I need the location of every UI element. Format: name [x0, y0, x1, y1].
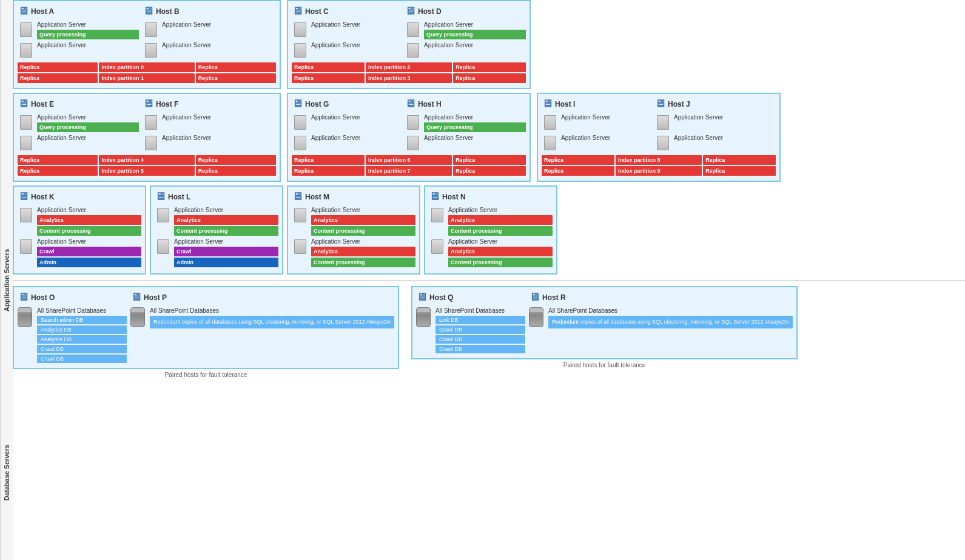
replica-bar-c: Replica: [292, 62, 365, 72]
host-j-icon: 🖥: [654, 98, 665, 110]
server-img-h2: [407, 136, 419, 150]
hosts-row-3: 🖥 Host K Application Server Analytics Co…: [13, 185, 965, 275]
analytics-db-1: Analytics DB: [37, 325, 127, 334]
sections-container: 🖥 Host A Application Server Quer: [13, 0, 965, 560]
host-g-box: 🖥 Host G Application Server: [292, 98, 401, 153]
host-b-title: 🖥 Host B: [143, 5, 276, 18]
server-img-c1: [294, 22, 306, 37]
replica-bar-j2: Replica: [703, 166, 776, 176]
server-icon-n1: [429, 208, 446, 222]
server-icon-e1: [18, 115, 35, 130]
section-divider: [13, 281, 965, 281]
host-e-icon: 🖥: [18, 98, 29, 110]
host-p-icon: 🖥: [130, 291, 141, 304]
index-partition-9-bar: Index partition 9: [616, 166, 702, 176]
server-label-e1: Application Server: [37, 114, 139, 121]
host-m-server-lower: Application Server Analytics Content pro…: [292, 238, 415, 267]
server-img-k2: [20, 239, 32, 254]
host-l-server-lower: Application Server Crawl Admin: [155, 238, 278, 267]
gh-bottom-bars-2: Replica Index partition 7 Replica: [292, 166, 526, 176]
server-label-k1: Application Server: [37, 207, 141, 213]
server-icon-b1: [143, 22, 160, 37]
server-label-f1: Application Server: [162, 114, 276, 121]
host-r-redundant-text: Redundant copies of all databases using …: [548, 316, 793, 328]
host-b-server-lower: Application Server: [143, 42, 276, 58]
server-label-j1: Application Server: [674, 114, 776, 121]
server-icon-l2: [155, 239, 172, 254]
server-icon-d1: [405, 22, 422, 37]
host-n-icon: 🖥: [429, 190, 440, 203]
server-label-b1: Application Server: [162, 21, 276, 28]
index-partition-1-bar: Index partition 1: [99, 73, 194, 83]
replica-bar-b: Replica: [196, 62, 276, 72]
server-content-b2: Application Server: [162, 42, 276, 50]
server-label: Application Server: [37, 21, 139, 28]
server-img-f1: [145, 115, 157, 130]
server-icon-b2: [143, 43, 160, 58]
db-servers-label: Database Servers: [0, 412, 13, 533]
app-servers-section: 🖥 Host A Application Server Quer: [13, 0, 965, 275]
host-o-title: 🖥 Host O: [18, 291, 127, 304]
host-r-db-label: All SharePoint Databases: [548, 307, 793, 314]
replica-bar-d2: Replica: [453, 73, 526, 83]
host-q-server: All SharePoint Databases Link DB Crawl D…: [416, 307, 525, 355]
analytics-bar-m1: Analytics: [311, 215, 415, 225]
server-icon-h2: [405, 136, 422, 150]
server-img-n1: [431, 208, 443, 222]
server-content-f1: Application Server: [162, 114, 276, 132]
server-label-f2: Application Server: [162, 135, 276, 141]
host-i-box: 🖥 Host I Application Server: [542, 98, 651, 153]
server-content-h2: Application Server: [424, 135, 526, 143]
analytics-bar-k1: Analytics: [37, 215, 141, 225]
server-content: Application Server Query processing: [37, 21, 139, 39]
ef-bottom-bars: Replica Index partition 4 Replica: [18, 155, 276, 165]
server-content-k1: Application Server Analytics Content pro…: [37, 207, 141, 236]
server-content-j2: Application Server: [674, 135, 776, 143]
host-b-server-upper: Application Server: [143, 21, 276, 39]
server-content-m1: Application Server Analytics Content pro…: [311, 207, 415, 236]
host-o-server: All SharePoint Databases Search admin DB…: [18, 307, 127, 364]
query-processing-bar-e: Query processing: [37, 122, 139, 132]
server-img-b2: [145, 43, 157, 58]
analytics-bar-m2: Analytics: [311, 247, 415, 256]
host-a-box: 🖥 Host A Application Server Quer: [18, 5, 139, 60]
crawl-bar-l: Crawl: [174, 247, 278, 256]
server-label-h1: Application Server: [424, 114, 526, 121]
host-q-db-label: All SharePoint Databases: [435, 307, 525, 314]
server-label-l2: Application Server: [174, 238, 278, 245]
server-content-f2: Application Server: [162, 135, 276, 143]
content-processing-bar-n1: Content processing: [448, 226, 553, 236]
db-hosts-container: 🖥 Host O All SharePoint D: [13, 286, 965, 378]
host-l-icon: 🖥: [155, 190, 166, 203]
replica-bar-f: Replica: [196, 155, 276, 165]
host-l-server-upper: Application Server Analytics Content pro…: [155, 207, 278, 236]
host-p-db-label: All SharePoint Databases: [150, 307, 394, 314]
server-label-g1: Application Server: [311, 114, 401, 121]
host-g-title: 🖥 Host G: [292, 98, 401, 110]
server-label-j2: Application Server: [674, 135, 776, 141]
host-i-server-upper: Application Server: [542, 114, 651, 132]
host-ab-pair: 🖥 Host A Application Server Quer: [13, 0, 281, 89]
replica-bar-a2: Replica: [18, 73, 98, 83]
server-img: [20, 22, 32, 37]
search-admin-db: Search admin DB: [37, 316, 127, 324]
host-d-icon: 🖥: [405, 5, 415, 18]
server-icon-j2: [654, 136, 671, 150]
db-icon-o: [18, 307, 35, 327]
host-q-title: 🖥 Host Q: [416, 291, 525, 304]
server-content-d2: Application Server: [424, 42, 526, 50]
host-ef-pair: 🖥 Host E Application Server Query proces…: [13, 93, 281, 182]
host-g-server-lower: Application Server: [292, 135, 401, 150]
host-q-box: 🖥 Host Q All SharePoint D: [416, 291, 525, 355]
server-label-l1: Application Server: [174, 207, 278, 213]
server-img-d1: [407, 22, 419, 37]
server-icon-m2: [292, 239, 309, 254]
server-label-i1: Application Server: [561, 114, 651, 121]
query-processing-bar: Query processing: [37, 30, 139, 39]
db-icon-p: [130, 307, 147, 327]
host-r-icon: 🖥: [529, 291, 540, 304]
host-k-title: 🖥 Host K: [18, 190, 141, 203]
host-p-title: 🖥 Host P: [130, 291, 394, 304]
host-k-icon: 🖥: [18, 190, 29, 203]
server-img-i1: [544, 115, 556, 130]
